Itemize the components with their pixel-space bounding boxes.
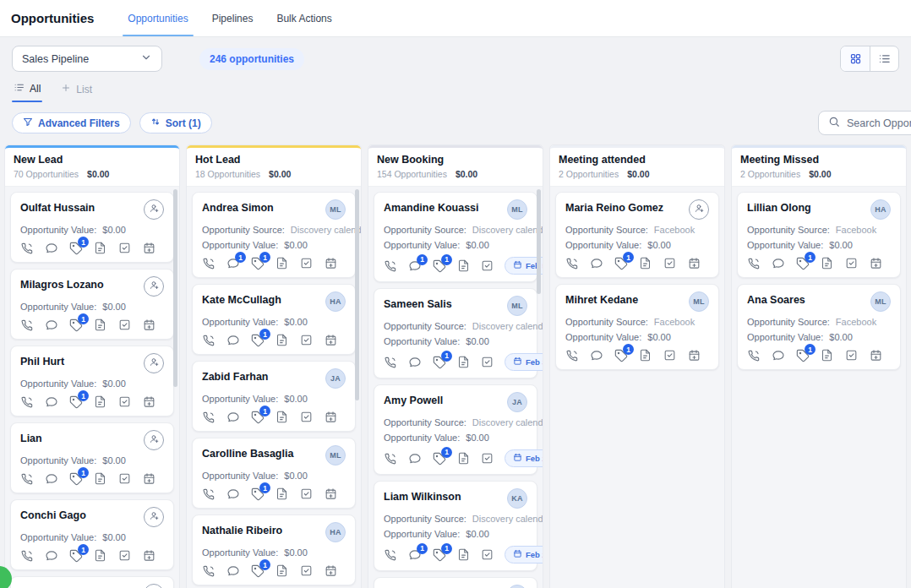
phone-icon[interactable] (384, 356, 397, 369)
list-view-button[interactable] (870, 46, 898, 71)
message-icon[interactable] (772, 257, 785, 270)
tag-icon[interactable]: 1 (251, 411, 265, 424)
calendar-icon[interactable] (325, 257, 338, 270)
opportunity-card[interactable]: Liam Wilkinson KA Opportunity Source: Di… (374, 481, 537, 571)
tag-icon[interactable]: 1 (796, 349, 810, 362)
appointment-badge[interactable]: Feb 3rd, 5:30 pm (505, 353, 543, 371)
opportunity-card[interactable]: Milagros Lozano Opportunity Value: $0.00 (10, 269, 174, 340)
tasks-icon[interactable] (481, 356, 494, 369)
tasks-icon[interactable] (481, 259, 494, 273)
opportunity-card[interactable]: Phil Hurt Opportunity Value: $0.00 (10, 346, 174, 416)
opportunity-card[interactable]: Amy Powell JA Opportunity Source: Discov… (374, 384, 537, 475)
message-icon[interactable] (408, 356, 422, 369)
calendar-icon[interactable] (325, 411, 338, 424)
opportunity-card[interactable]: Ana Soares ML Opportunity Source: Facebo… (737, 284, 901, 370)
tag-icon[interactable]: 1 (69, 242, 83, 255)
message-icon[interactable] (590, 257, 603, 270)
assignee-avatar[interactable]: JA (325, 368, 346, 389)
opportunity-card[interactable]: Zabid Farhan JA Opportunity Value: $0.00… (192, 361, 356, 432)
grid-view-button[interactable] (841, 46, 870, 71)
notes-icon[interactable] (821, 349, 834, 362)
phone-icon[interactable] (20, 549, 34, 563)
message-icon[interactable] (226, 411, 240, 424)
notes-icon[interactable] (639, 257, 652, 270)
message-icon[interactable]: 1 (408, 548, 422, 562)
calendar-icon[interactable] (870, 257, 883, 270)
add-list-tab[interactable]: List (61, 83, 92, 102)
phone-icon[interactable] (384, 452, 397, 466)
calendar-icon[interactable] (143, 549, 156, 563)
unassigned-avatar[interactable] (144, 507, 164, 527)
notes-icon[interactable] (457, 548, 470, 562)
phone-icon[interactable] (202, 487, 215, 501)
tag-icon[interactable]: 1 (433, 452, 446, 466)
board-tab-all[interactable]: All (14, 82, 41, 102)
tag-icon[interactable]: 1 (251, 257, 265, 270)
calendar-icon[interactable] (325, 564, 338, 578)
assignee-avatar[interactable]: ML (689, 291, 709, 312)
phone-icon[interactable] (747, 257, 761, 270)
phone-icon[interactable] (20, 318, 34, 332)
phone-icon[interactable] (202, 257, 215, 270)
notes-icon[interactable] (275, 257, 289, 270)
message-icon[interactable] (772, 349, 785, 362)
calendar-icon[interactable] (325, 487, 338, 501)
opportunity-card[interactable]: Maria Reino Gomez Opportunity Source: Fa… (555, 192, 719, 278)
assignee-avatar[interactable]: ML (870, 291, 891, 312)
tasks-icon[interactable] (118, 395, 132, 409)
column-scrollbar[interactable] (537, 189, 541, 294)
assignee-avatar[interactable]: HA (325, 291, 346, 312)
opportunity-card[interactable]: Carolline Basaglia ML Opportunity Value:… (192, 438, 356, 509)
opportunity-card[interactable]: Kate McCullagh HA Opportunity Value: $0.… (192, 284, 356, 355)
notes-icon[interactable] (94, 318, 107, 332)
unassigned-avatar[interactable] (144, 430, 164, 450)
assignee-avatar[interactable]: ML (507, 199, 527, 220)
phone-icon[interactable] (565, 257, 579, 270)
calendar-icon[interactable] (143, 472, 156, 486)
calendar-icon[interactable] (143, 242, 156, 255)
tag-icon[interactable]: 1 (796, 257, 810, 270)
opportunity-card[interactable]: Vandriel Rodil ML Opportunity Source: Di… (374, 577, 537, 588)
tasks-icon[interactable] (845, 349, 859, 362)
notes-icon[interactable] (457, 356, 470, 369)
message-icon[interactable] (45, 549, 58, 563)
calendar-icon[interactable] (143, 395, 156, 409)
sort-button[interactable]: Sort (1) (139, 112, 212, 133)
opportunity-card[interactable]: Conchi Gago Opportunity Value: $0.00 (10, 499, 174, 570)
assignee-avatar[interactable]: HA (325, 522, 346, 542)
tag-icon[interactable]: 1 (251, 564, 265, 578)
message-icon[interactable] (590, 349, 603, 362)
tasks-icon[interactable] (845, 257, 859, 270)
notes-icon[interactable] (457, 452, 470, 466)
phone-icon[interactable] (20, 472, 34, 486)
notes-icon[interactable] (94, 242, 107, 255)
calendar-icon[interactable] (688, 257, 701, 270)
tasks-icon[interactable] (118, 472, 132, 486)
phone-icon[interactable] (384, 548, 397, 562)
search-input[interactable] (847, 117, 911, 129)
advanced-filters-button[interactable]: Advanced Filters (12, 112, 131, 133)
phone-icon[interactable] (202, 411, 215, 424)
opportunity-card[interactable]: Mihret Kedane ML Opportunity Source: Fac… (555, 284, 719, 370)
unassigned-avatar[interactable] (144, 276, 164, 297)
tasks-icon[interactable] (300, 257, 314, 270)
notes-icon[interactable] (275, 334, 289, 347)
notes-icon[interactable] (457, 259, 470, 273)
tab-opportunities[interactable]: Opportunities (128, 0, 188, 36)
tasks-icon[interactable] (481, 548, 494, 562)
notes-icon[interactable] (275, 487, 289, 501)
message-icon[interactable] (45, 395, 58, 409)
assignee-avatar[interactable]: ML (325, 199, 346, 220)
message-icon[interactable] (226, 334, 240, 347)
calendar-icon[interactable] (325, 334, 338, 347)
tasks-icon[interactable] (663, 257, 677, 270)
phone-icon[interactable] (565, 349, 579, 362)
phone-icon[interactable] (20, 242, 34, 255)
opportunity-card[interactable]: Sameen Salis ML Opportunity Source: Disc… (374, 288, 537, 378)
assignee-avatar[interactable]: HA (870, 199, 891, 220)
tag-icon[interactable]: 1 (251, 487, 265, 501)
pipeline-select[interactable]: Sales Pipeline (12, 46, 162, 72)
appointment-badge[interactable]: Feb 2nd, 6:00 pm (505, 546, 543, 564)
assignee-avatar[interactable]: JA (507, 392, 527, 412)
calendar-icon[interactable] (688, 349, 701, 362)
